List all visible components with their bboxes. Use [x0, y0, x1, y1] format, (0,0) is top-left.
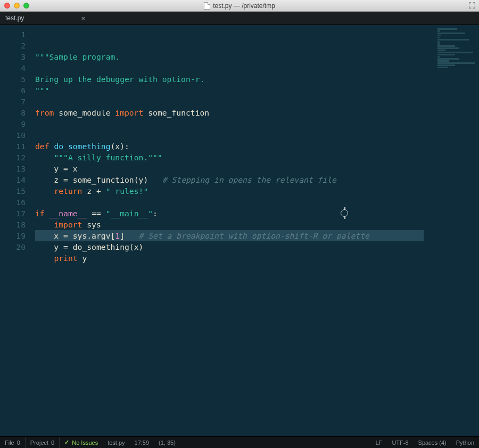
token-pln: y — [35, 164, 63, 173]
token-op: = — [63, 231, 68, 240]
editor-area[interactable]: 1234567891011121314151617181920 """Sampl… — [0, 25, 479, 436]
token-op: == — [92, 209, 101, 218]
status-issues[interactable]: ✓ No Issues — [60, 437, 103, 448]
code-line[interactable] — [35, 264, 479, 275]
code-line[interactable] — [35, 62, 479, 74]
close-tab-icon[interactable]: × — [81, 14, 85, 22]
token-pln: some_module — [54, 108, 115, 117]
line-number: 20 — [0, 241, 26, 252]
line-number: 2 — [0, 40, 26, 51]
token-pln — [35, 153, 54, 162]
token-pln: y — [35, 242, 63, 251]
status-indent[interactable]: Spaces (4) — [414, 437, 451, 448]
token-str: """ — [35, 86, 49, 95]
token-fn: do_something — [54, 142, 110, 151]
code-line[interactable]: print y — [35, 252, 479, 264]
minimap[interactable] — [435, 25, 479, 436]
token-pln: do_something(x) — [68, 242, 143, 251]
line-number: 1 — [0, 29, 26, 40]
code-line[interactable]: def do_something(x): — [35, 141, 479, 152]
token-pln — [87, 209, 92, 218]
window-controls — [4, 3, 29, 9]
token-op: = — [63, 175, 68, 184]
status-file-count: 0 — [17, 439, 20, 446]
status-time-text: 17:59 — [135, 439, 150, 446]
close-window-button[interactable] — [4, 3, 10, 9]
token-str: " rules!" — [106, 186, 148, 196]
code-line[interactable]: if __name__ == "__main__": — [35, 208, 479, 219]
code-line[interactable]: x = sys.argv[1] # Set a breakpoint with … — [35, 230, 479, 241]
code-line[interactable]: return z + " rules!" — [35, 185, 479, 197]
line-number: 13 — [0, 163, 26, 174]
token-pln: sys.argv[ — [68, 231, 115, 240]
code-line[interactable]: from some_module import some_function — [35, 107, 479, 118]
token-str: """Sample program. — [35, 52, 120, 61]
code-line[interactable]: y = x — [35, 163, 479, 174]
tab-test-py[interactable]: test.py × — [0, 12, 90, 25]
token-pln — [101, 209, 106, 218]
line-number: 15 — [0, 185, 26, 197]
minimize-window-button[interactable] — [14, 3, 20, 9]
line-number-gutter: 1234567891011121314151617181920 — [0, 25, 35, 436]
line-number: 11 — [0, 141, 26, 152]
token-kw: def — [35, 142, 54, 151]
status-filename-text: test.py — [108, 439, 125, 446]
line-number: 12 — [0, 152, 26, 163]
token-kw: print — [54, 254, 77, 263]
line-number: 14 — [0, 174, 26, 185]
code-line[interactable] — [35, 118, 479, 129]
code-line[interactable]: """A silly function.""" — [35, 152, 479, 163]
code-line[interactable]: y = do_something(x) — [35, 241, 479, 252]
token-pln: x — [115, 142, 120, 151]
token-str: Bring up the debugger with option-r. — [35, 75, 204, 84]
code-line[interactable] — [35, 96, 479, 107]
token-pln: ): — [120, 142, 129, 151]
status-project-diagnostics[interactable]: Project 0 — [26, 437, 60, 448]
code-line[interactable]: z = some_function(y) # Stepping in opens… — [35, 174, 479, 185]
line-number: 7 — [0, 96, 26, 107]
status-issues-label: No Issues — [72, 439, 98, 446]
status-filename[interactable]: test.py — [103, 437, 129, 448]
token-pln: : — [153, 209, 158, 218]
status-file-diagnostics[interactable]: File 0 — [0, 437, 26, 448]
token-op: = — [63, 242, 68, 251]
status-language[interactable]: Python — [451, 437, 479, 448]
line-number: 4 — [0, 62, 26, 74]
token-num: 1 — [115, 231, 120, 240]
token-pln — [35, 254, 54, 263]
status-encoding[interactable]: UTF-8 — [387, 437, 413, 448]
token-str: "__main__" — [106, 209, 153, 218]
code-line[interactable]: """ — [35, 85, 479, 96]
code-line[interactable] — [35, 129, 479, 141]
status-eol[interactable]: LF — [371, 437, 387, 448]
zoom-window-button[interactable] — [23, 3, 29, 9]
line-number: 10 — [0, 129, 26, 141]
token-pln: y — [78, 254, 87, 263]
status-project-count: 0 — [51, 439, 54, 446]
token-op: = — [63, 164, 68, 173]
token-pln: z — [82, 186, 96, 196]
token-str: """A silly function.""" — [54, 153, 162, 162]
code-content[interactable]: """Sample program.Bring up the debugger … — [35, 25, 479, 436]
token-pln: x — [68, 164, 78, 173]
code-line[interactable]: Bring up the debugger with option-r. — [35, 74, 479, 85]
token-pln — [35, 220, 54, 229]
code-line[interactable] — [35, 197, 479, 208]
tab-bar: test.py × — [0, 12, 479, 25]
check-icon: ✓ — [64, 439, 69, 446]
token-cmt: # Set a breakpoint with option-shift-R o… — [139, 231, 369, 240]
code-line[interactable]: """Sample program. — [35, 51, 479, 62]
line-number: 18 — [0, 219, 26, 230]
token-pln — [45, 209, 49, 218]
status-cursor-position[interactable]: (1, 35) — [154, 437, 180, 448]
status-project-label: Project — [30, 439, 48, 446]
status-file-label: File — [5, 439, 14, 446]
status-eol-text: LF — [376, 439, 383, 446]
status-encoding-text: UTF-8 — [392, 439, 408, 446]
code-line[interactable]: import sys — [35, 219, 479, 230]
fullscreen-icon[interactable] — [468, 2, 476, 9]
line-number: 5 — [0, 74, 26, 85]
token-pln: ] — [120, 231, 138, 240]
status-bar: File 0 Project 0 ✓ No Issues test.py 17:… — [0, 436, 479, 448]
line-number: 17 — [0, 208, 26, 219]
